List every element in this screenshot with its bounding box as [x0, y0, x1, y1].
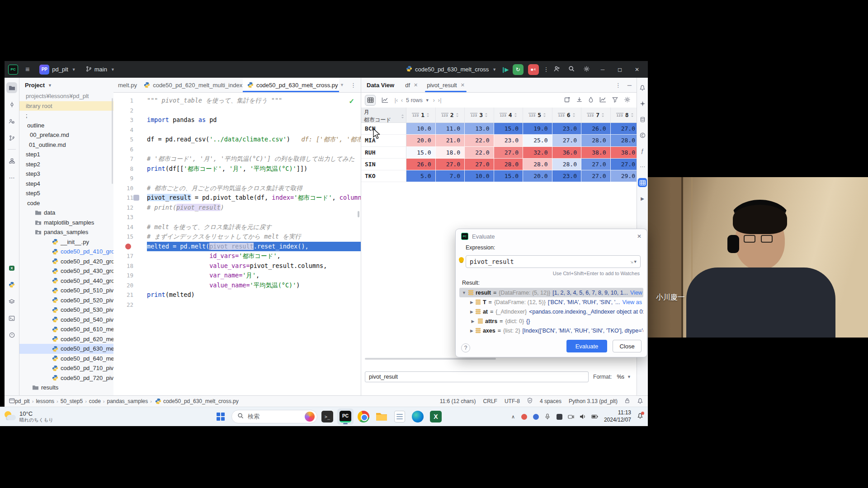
project-widget[interactable]: PP pd_plt ▼ — [37, 63, 78, 76]
settings-gear-icon[interactable] — [583, 66, 590, 74]
prev-page-icon[interactable]: ‹ — [401, 97, 402, 103]
result-tree-row[interactable]: ▶attrs = {dict: 0} {} — [459, 316, 643, 326]
excel-app-icon[interactable]: X — [428, 408, 444, 425]
data-view-tool-icon[interactable] — [638, 178, 647, 187]
last-page-icon[interactable]: ›∣ — [438, 97, 442, 103]
more-actions-icon[interactable]: ⋮ — [350, 82, 356, 89]
terminal-tool-icon[interactable] — [6, 313, 17, 324]
dataframe-expression-input[interactable]: pivot_result — [365, 371, 589, 382]
resume-program-button[interactable]: ❙▶ — [501, 66, 508, 73]
chrome-app-icon[interactable] — [355, 408, 372, 425]
table-cell[interactable]: 27.0 — [581, 159, 611, 170]
first-page-icon[interactable]: ∣‹ — [394, 97, 397, 103]
rerun-button[interactable]: ↻ — [513, 64, 524, 75]
python-interpreter[interactable]: Python 3.13 (pd_plt) — [569, 398, 618, 404]
structure-tool-icon[interactable] — [6, 155, 17, 166]
result-tree-row[interactable]: ▶axes = {list: 2} [Index(['BCN', 'MIA', … — [459, 326, 643, 335]
project-tree-item[interactable]: code50_pd_720_pivot_redundant.py — [19, 373, 113, 383]
editor-tab[interactable]: code50_pd_620_melt_multi_index.py — [139, 78, 243, 92]
expand-icon[interactable]: ▶ — [470, 300, 473, 305]
dataframe-table[interactable]: 月都市コード 12311232123312341235123612371238B… — [361, 108, 637, 183]
collapse-icon[interactable]: ▼ — [462, 291, 466, 295]
more-tools-icon[interactable]: ⋯ — [638, 162, 647, 171]
project-tree-item[interactable]: __init__.py — [19, 237, 113, 247]
maximize-button[interactable]: ◻ — [615, 66, 624, 73]
start-button[interactable] — [212, 408, 229, 425]
table-cell[interactable]: 27.0 — [611, 123, 637, 135]
table-cell[interactable]: 5.0 — [406, 170, 436, 182]
table-cell[interactable]: 38.0 — [581, 147, 611, 159]
history-chevron-icon[interactable]: ▼ — [634, 259, 637, 264]
table-cell[interactable]: 28.0 — [611, 135, 637, 146]
project-tree-item[interactable]: code50_pd_430_groupby_multi_index.py — [19, 266, 113, 276]
code-with-me-icon[interactable] — [553, 66, 560, 74]
result-tree-row[interactable]: ▼result = {DataFrame: (5, 12)} [1, 2, 3,… — [459, 288, 643, 297]
project-tree-item[interactable]: code50_pd_440_groupby_amex.py — [19, 276, 113, 286]
project-tool-icon[interactable] — [6, 82, 17, 93]
project-tree-item[interactable]: code50_pd_530_pivot_table_cross.py — [19, 305, 113, 315]
table-cell[interactable]: 23.0 — [552, 123, 582, 135]
project-tree-item[interactable]: results — [19, 383, 113, 393]
table-cell[interactable]: 28.0 — [552, 159, 582, 170]
tray-camera-icon[interactable] — [568, 413, 575, 420]
tray-network-icon[interactable] — [533, 413, 539, 420]
table-cell[interactable]: 18.0 — [436, 147, 465, 159]
expand-icon[interactable]: ▶ — [470, 310, 473, 314]
table-cell[interactable]: 36.0 — [552, 147, 582, 159]
project-scrollbar[interactable] — [112, 98, 113, 184]
project-tree-item[interactable]: matplotlib_samples — [19, 218, 113, 228]
search-everywhere-icon[interactable] — [568, 66, 575, 74]
project-tree-item[interactable]: step3 — [19, 169, 113, 179]
python-packages-icon[interactable] — [6, 279, 17, 290]
table-cell[interactable]: 27.0 — [611, 159, 637, 170]
table-cell[interactable]: 27.0 — [552, 135, 582, 146]
file-encoding[interactable]: UTF-8 — [505, 398, 520, 404]
commit-tool-icon[interactable] — [6, 99, 17, 110]
chart-view-icon[interactable] — [379, 95, 390, 106]
table-cell[interactable]: 32.0 — [523, 147, 552, 159]
table-cell[interactable]: 11.0 — [436, 123, 465, 135]
expression-input[interactable]: pivot_result ⇲ ▼ — [466, 255, 641, 268]
project-tree-item[interactable]: ; — [19, 111, 113, 121]
result-tree-row[interactable]: ▶T = {DataFrame: (12, 5)} ['BCN', 'MIA',… — [459, 297, 643, 307]
column-header[interactable]: 1233 — [465, 108, 494, 122]
table-view-icon[interactable] — [365, 95, 376, 106]
table-corner-cell[interactable]: 月都市コード — [361, 108, 406, 122]
breadcrumb-item[interactable]: pandas_samples — [107, 398, 148, 404]
hidden-icons-chevron[interactable]: ∧ — [511, 414, 515, 420]
sciview-tool-icon[interactable]: ƒ — [638, 146, 647, 155]
minimize-button[interactable]: ─ — [598, 66, 607, 73]
project-tree-item[interactable]: code50_pd_410_groupby.py — [19, 247, 113, 257]
project-tree-item[interactable]: code50_pd_540_pivot_table_cross_mu — [19, 315, 113, 325]
column-header[interactable]: 1238 — [611, 108, 637, 122]
learn-tool-icon[interactable] — [6, 116, 17, 127]
table-h-scrollbar[interactable] — [365, 358, 496, 360]
table-cell[interactable]: 29.0 — [611, 170, 637, 182]
code-editor[interactable]: 1""" pivot_table を使って、集計を行う """23import … — [113, 93, 361, 395]
project-tree-item[interactable]: code — [19, 198, 113, 208]
table-cell[interactable]: 27.0 — [581, 170, 611, 182]
more-actions-icon[interactable]: ⋮ — [543, 66, 549, 73]
column-header[interactable]: 1231 — [406, 108, 436, 122]
breadcrumb-item[interactable]: lessons — [36, 398, 54, 404]
table-cell[interactable]: 13.0 — [465, 123, 494, 135]
weather-widget[interactable]: 10°C 晴れのちくもり — [0, 411, 77, 423]
table-cell[interactable]: 27.0 — [436, 159, 465, 170]
expand-input-icon[interactable]: ⇲ — [631, 259, 633, 264]
row-index-cell[interactable]: SIN — [361, 159, 406, 170]
problems-tool-icon[interactable] — [6, 329, 17, 340]
project-tree-item[interactable]: step4 — [19, 179, 113, 189]
table-cell[interactable]: 10.0 — [406, 123, 436, 135]
column-header[interactable]: 1235 — [523, 108, 552, 122]
stop-button[interactable]: ■4 — [528, 64, 539, 75]
copilot-icon[interactable] — [305, 412, 315, 422]
table-cell[interactable]: 21.0 — [436, 135, 465, 146]
table-cell[interactable]: 7.0 — [436, 170, 465, 182]
readonly-lock-icon[interactable] — [625, 398, 630, 405]
project-tree-item[interactable]: step1 — [19, 150, 113, 160]
notifications-bell-icon[interactable] — [637, 398, 643, 405]
table-cell[interactable]: 15.0 — [406, 147, 436, 159]
table-cell[interactable]: 27.0 — [494, 147, 524, 159]
project-tree-item[interactable]: outline — [19, 121, 113, 131]
table-cell[interactable]: 28.0 — [494, 159, 524, 170]
